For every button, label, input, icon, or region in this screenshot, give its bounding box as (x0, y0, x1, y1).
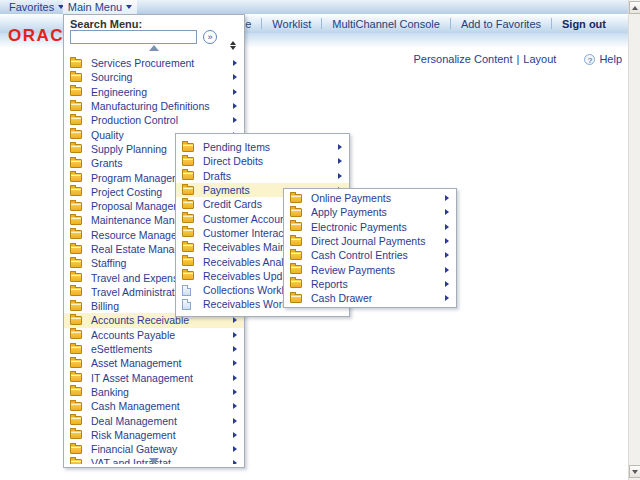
folder-icon (290, 279, 302, 288)
payments-submenu-panel: Online PaymentsApply PaymentsElectronic … (283, 188, 457, 308)
menu-item-esettlements[interactable]: eSettlements (64, 342, 244, 356)
submenu-arrow-icon (445, 209, 449, 215)
submenu-arrow-icon (338, 158, 342, 164)
folder-icon (70, 159, 82, 168)
menu-item-sourcing[interactable]: Sourcing (64, 70, 244, 84)
menu-item-direct-journal-payments[interactable]: Direct Journal Payments (284, 234, 456, 248)
scroll-up-icon[interactable] (149, 45, 159, 51)
menu-item-cash-drawer[interactable]: Cash Drawer (284, 291, 456, 305)
menu-item-financial-gateway[interactable]: Financial Gateway (64, 442, 244, 456)
menu-item-cash-management[interactable]: Cash Management (64, 399, 244, 413)
scrollbar-up-button[interactable] (629, 1, 640, 14)
menu-item-label: Review Payments (311, 264, 441, 276)
folder-icon (70, 430, 82, 439)
menu-item-production-control[interactable]: Production Control (64, 113, 244, 127)
menu-item-banking[interactable]: Banking (64, 385, 244, 399)
menu-item-asset-management[interactable]: Asset Management (64, 356, 244, 370)
header-link-add-to-favorites[interactable]: Add to Favorites (451, 18, 551, 30)
page-scrollbar (628, 0, 640, 480)
header-link-worklist[interactable]: Worklist (262, 18, 321, 30)
folder-icon (182, 257, 194, 266)
submenu-arrow-icon (338, 173, 342, 179)
menu-item-accounts-payable[interactable]: Accounts Payable (64, 328, 244, 342)
folder-icon (182, 271, 194, 280)
menu-item-label: Risk Management (91, 429, 229, 441)
layout-link[interactable]: Layout (523, 53, 556, 65)
resize-up-arrow-icon (230, 41, 236, 45)
folder-icon (70, 216, 82, 225)
header-link-sign-out[interactable]: Sign out (552, 18, 616, 30)
folder-icon (182, 171, 194, 180)
menu-item-label: Deal Management (91, 415, 229, 427)
menu-item-label: Services Procurement (91, 57, 229, 69)
folder-icon (290, 222, 302, 231)
menu-item-manufacturing-definitions[interactable]: Manufacturing Definitions (64, 99, 244, 113)
menu-item-it-asset-management[interactable]: IT Asset Management (64, 371, 244, 385)
submenu-arrow-icon (445, 281, 449, 287)
menu-resize-icon[interactable] (230, 41, 236, 50)
menu-item-reports[interactable]: Reports (284, 277, 456, 291)
menu-item-label: Accounts Payable (91, 329, 229, 341)
menu-item-online-payments[interactable]: Online Payments (284, 191, 456, 205)
submenu-arrow-icon (233, 418, 237, 424)
search-go-button[interactable]: » (203, 30, 217, 44)
submenu-arrow-icon (445, 252, 449, 258)
folder-icon (70, 373, 82, 382)
folder-icon (70, 187, 82, 196)
folder-icon (70, 445, 82, 454)
help-link[interactable]: ? Help (584, 53, 622, 65)
menu-item-label: Cash Control Entries (311, 249, 441, 261)
submenu-arrow-icon (233, 74, 237, 80)
submenu-arrow-icon (233, 89, 237, 95)
header-link-multichannel-console[interactable]: MultiChannel Console (322, 18, 450, 30)
folder-icon (70, 144, 82, 153)
folder-icon (70, 116, 82, 125)
menu-item-deal-management[interactable]: Deal Management (64, 413, 244, 427)
submenu-arrow-icon (445, 195, 449, 201)
menu-item-electronic-payments[interactable]: Electronic Payments (284, 220, 456, 234)
help-question-icon: ? (584, 54, 595, 65)
menu-item-drafts[interactable]: Drafts (176, 169, 349, 183)
menu-item-label: Apply Payments (311, 206, 441, 218)
menu-item-pending-items[interactable]: Pending Items (176, 140, 349, 154)
submenu-arrow-icon (233, 60, 237, 66)
menu-item-cash-control-entries[interactable]: Cash Control Entries (284, 248, 456, 262)
menu-search-input[interactable] (70, 30, 197, 44)
submenu-arrow-icon (233, 389, 237, 395)
submenu-arrow-icon (445, 238, 449, 244)
folder-icon (70, 230, 82, 239)
folder-icon (70, 316, 82, 325)
folder-icon (70, 330, 82, 339)
menu-item-engineering[interactable]: Engineering (64, 85, 244, 99)
menu-item-label: Manufacturing Definitions (91, 100, 229, 112)
menu-item-label: eSettlements (91, 343, 229, 355)
main-menu-label: Main Menu (68, 1, 122, 13)
submenu-arrow-icon (233, 117, 237, 123)
document-icon (182, 285, 191, 296)
menu-item-apply-payments[interactable]: Apply Payments (284, 205, 456, 219)
menu-item-label: Online Payments (311, 192, 441, 204)
submenu-arrow-icon (233, 346, 237, 352)
menu-item-review-payments[interactable]: Review Payments (284, 262, 456, 276)
folder-icon (290, 294, 302, 303)
scroll-down-arrow-icon (632, 470, 638, 474)
submenu-arrow-icon (233, 375, 237, 381)
personalize-content-link[interactable]: Personalize Content (413, 53, 512, 65)
menu-item-direct-debits[interactable]: Direct Debits (176, 154, 349, 168)
link-separator: | (512, 53, 523, 65)
menu-item-services-procurement[interactable]: Services Procurement (64, 56, 244, 70)
menu-item-label: VAT and Intrastat (91, 457, 229, 464)
folder-icon (70, 302, 82, 311)
submenu-arrow-icon (233, 446, 237, 452)
folder-icon (70, 245, 82, 254)
chevron-down-icon (126, 5, 132, 9)
menu-item-risk-management[interactable]: Risk Management (64, 428, 244, 442)
folder-icon (70, 173, 82, 182)
scrollbar-down-button[interactable] (629, 465, 640, 478)
main-menu-button[interactable]: Main Menu (63, 0, 137, 14)
menu-item-label: Sourcing (91, 71, 229, 83)
folder-icon (182, 243, 194, 252)
scroll-down-icon[interactable] (149, 458, 159, 464)
favorites-label: Favorites (9, 1, 54, 13)
submenu-arrow-icon (233, 460, 237, 464)
